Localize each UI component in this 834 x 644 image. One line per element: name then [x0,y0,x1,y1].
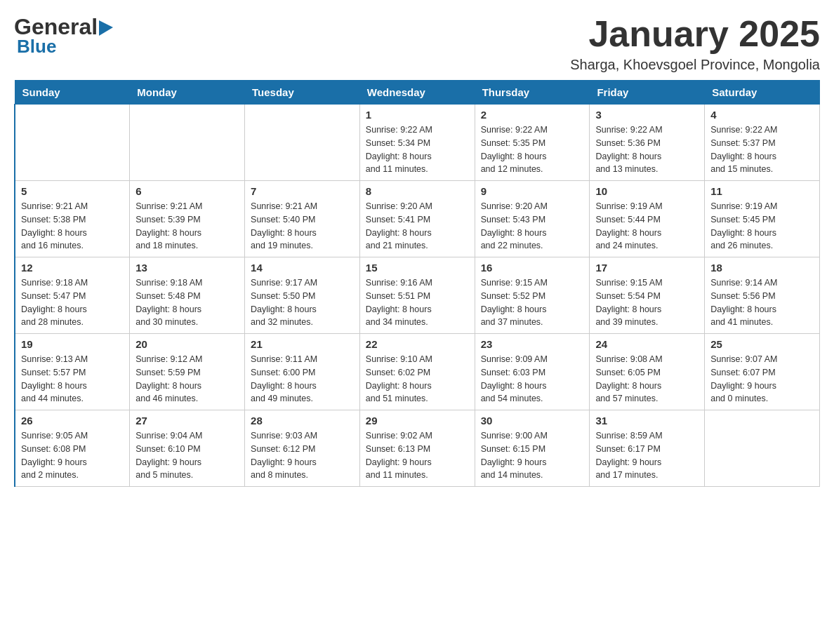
day-info: Sunrise: 9:22 AM Sunset: 5:37 PM Dayligh… [710,123,814,176]
day-number: 19 [21,338,124,350]
calendar-cell: 2Sunrise: 9:22 AM Sunset: 5:35 PM Daylig… [475,105,590,181]
day-info: Sunrise: 9:05 AM Sunset: 6:08 PM Dayligh… [21,429,124,482]
day-info: Sunrise: 9:22 AM Sunset: 5:34 PM Dayligh… [366,123,469,176]
day-number: 27 [135,415,239,427]
calendar-week-4: 19Sunrise: 9:13 AM Sunset: 5:57 PM Dayli… [15,334,820,410]
day-number: 20 [135,338,239,350]
calendar-cell: 5Sunrise: 9:21 AM Sunset: 5:38 PM Daylig… [15,181,130,257]
day-info: Sunrise: 9:20 AM Sunset: 5:41 PM Dayligh… [366,200,469,253]
calendar-cell: 31Sunrise: 8:59 AM Sunset: 6:17 PM Dayli… [590,410,705,487]
logo-arrow-icon [99,20,114,36]
column-header-thursday: Thursday [475,81,590,105]
calendar-cell [245,105,360,181]
column-header-monday: Monday [130,81,245,105]
day-number: 24 [595,338,699,350]
day-info: Sunrise: 9:22 AM Sunset: 5:36 PM Dayligh… [595,123,699,176]
logo-blue-text: Blue [17,36,56,58]
calendar-week-1: 1Sunrise: 9:22 AM Sunset: 5:34 PM Daylig… [15,105,820,181]
day-info: Sunrise: 9:20 AM Sunset: 5:43 PM Dayligh… [481,200,584,253]
calendar-cell: 26Sunrise: 9:05 AM Sunset: 6:08 PM Dayli… [15,410,130,487]
day-number: 7 [251,185,354,197]
day-info: Sunrise: 9:18 AM Sunset: 5:47 PM Dayligh… [21,276,124,329]
calendar-cell [15,105,130,181]
calendar-cell: 7Sunrise: 9:21 AM Sunset: 5:40 PM Daylig… [245,181,360,257]
day-number: 30 [481,415,584,427]
calendar-cell: 21Sunrise: 9:11 AM Sunset: 6:00 PM Dayli… [245,334,360,410]
day-number: 4 [710,109,814,121]
day-info: Sunrise: 9:04 AM Sunset: 6:10 PM Dayligh… [135,429,239,482]
calendar-cell: 18Sunrise: 9:14 AM Sunset: 5:56 PM Dayli… [705,257,820,334]
day-number: 25 [710,338,814,350]
page-header: General Blue January 2025 Sharga, Khoevs… [14,14,820,73]
calendar-cell: 30Sunrise: 9:00 AM Sunset: 6:15 PM Dayli… [475,410,590,487]
day-info: Sunrise: 9:08 AM Sunset: 6:05 PM Dayligh… [595,353,699,405]
day-info: Sunrise: 8:59 AM Sunset: 6:17 PM Dayligh… [595,429,699,482]
calendar-cell: 8Sunrise: 9:20 AM Sunset: 5:41 PM Daylig… [359,181,475,257]
calendar-cell: 9Sunrise: 9:20 AM Sunset: 5:43 PM Daylig… [475,181,590,257]
day-number: 28 [251,415,354,427]
calendar-cell [705,410,820,487]
calendar-cell: 10Sunrise: 9:19 AM Sunset: 5:44 PM Dayli… [590,181,705,257]
calendar-week-5: 26Sunrise: 9:05 AM Sunset: 6:08 PM Dayli… [15,410,820,487]
day-number: 15 [366,262,469,274]
day-number: 10 [595,185,699,197]
calendar-cell: 27Sunrise: 9:04 AM Sunset: 6:10 PM Dayli… [130,410,245,487]
calendar-cell: 16Sunrise: 9:15 AM Sunset: 5:52 PM Dayli… [475,257,590,334]
day-info: Sunrise: 9:16 AM Sunset: 5:51 PM Dayligh… [366,276,469,329]
column-header-wednesday: Wednesday [359,81,475,105]
day-info: Sunrise: 9:10 AM Sunset: 6:02 PM Dayligh… [366,353,469,405]
calendar-cell: 17Sunrise: 9:15 AM Sunset: 5:54 PM Dayli… [590,257,705,334]
day-number: 8 [366,185,469,197]
column-header-sunday: Sunday [15,81,130,105]
day-number: 9 [481,185,584,197]
day-number: 1 [366,109,469,121]
day-number: 17 [595,262,699,274]
day-info: Sunrise: 9:21 AM Sunset: 5:39 PM Dayligh… [135,200,239,253]
day-number: 23 [481,338,584,350]
day-info: Sunrise: 9:12 AM Sunset: 5:59 PM Dayligh… [135,353,239,405]
day-number: 3 [595,109,699,121]
day-info: Sunrise: 9:19 AM Sunset: 5:44 PM Dayligh… [595,200,699,253]
calendar-cell: 15Sunrise: 9:16 AM Sunset: 5:51 PM Dayli… [359,257,475,334]
calendar-cell: 6Sunrise: 9:21 AM Sunset: 5:39 PM Daylig… [130,181,245,257]
calendar-table: SundayMondayTuesdayWednesdayThursdayFrid… [14,80,820,487]
svg-marker-0 [99,20,113,36]
day-number: 16 [481,262,584,274]
day-info: Sunrise: 9:03 AM Sunset: 6:12 PM Dayligh… [251,429,354,482]
day-number: 12 [21,262,124,274]
day-number: 26 [21,415,124,427]
day-info: Sunrise: 9:17 AM Sunset: 5:50 PM Dayligh… [251,276,354,329]
day-info: Sunrise: 9:11 AM Sunset: 6:00 PM Dayligh… [251,353,354,405]
day-info: Sunrise: 9:19 AM Sunset: 5:45 PM Dayligh… [710,200,814,253]
day-number: 6 [135,185,239,197]
day-info: Sunrise: 9:14 AM Sunset: 5:56 PM Dayligh… [710,276,814,329]
calendar-cell: 12Sunrise: 9:18 AM Sunset: 5:47 PM Dayli… [15,257,130,334]
day-number: 21 [251,338,354,350]
calendar-cell: 28Sunrise: 9:03 AM Sunset: 6:12 PM Dayli… [245,410,360,487]
calendar-cell: 11Sunrise: 9:19 AM Sunset: 5:45 PM Dayli… [705,181,820,257]
logo: General Blue [14,14,114,58]
column-header-tuesday: Tuesday [245,81,360,105]
day-info: Sunrise: 9:07 AM Sunset: 6:07 PM Dayligh… [710,353,814,405]
day-number: 2 [481,109,584,121]
column-header-friday: Friday [590,81,705,105]
calendar-cell: 3Sunrise: 9:22 AM Sunset: 5:36 PM Daylig… [590,105,705,181]
calendar-cell [130,105,245,181]
day-number: 29 [366,415,469,427]
calendar-cell: 25Sunrise: 9:07 AM Sunset: 6:07 PM Dayli… [705,334,820,410]
calendar-cell: 29Sunrise: 9:02 AM Sunset: 6:13 PM Dayli… [359,410,475,487]
day-number: 14 [251,262,354,274]
day-info: Sunrise: 9:21 AM Sunset: 5:40 PM Dayligh… [251,200,354,253]
day-info: Sunrise: 9:21 AM Sunset: 5:38 PM Dayligh… [21,200,124,253]
page-title: January 2025 [570,14,820,54]
day-number: 11 [710,185,814,197]
title-block: January 2025 Sharga, Khoevsgoel Province… [570,14,820,73]
day-info: Sunrise: 9:15 AM Sunset: 5:54 PM Dayligh… [595,276,699,329]
calendar-cell: 4Sunrise: 9:22 AM Sunset: 5:37 PM Daylig… [705,105,820,181]
calendar-header-row: SundayMondayTuesdayWednesdayThursdayFrid… [15,81,820,105]
calendar-cell: 19Sunrise: 9:13 AM Sunset: 5:57 PM Dayli… [15,334,130,410]
day-info: Sunrise: 9:15 AM Sunset: 5:52 PM Dayligh… [481,276,584,329]
calendar-cell: 20Sunrise: 9:12 AM Sunset: 5:59 PM Dayli… [130,334,245,410]
day-number: 5 [21,185,124,197]
day-info: Sunrise: 9:09 AM Sunset: 6:03 PM Dayligh… [481,353,584,405]
